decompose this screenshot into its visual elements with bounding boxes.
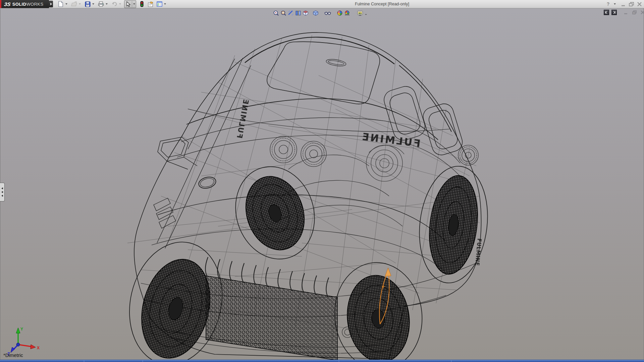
zoom-to-fit-icon [273, 10, 279, 16]
view-settings-button[interactable] [356, 10, 364, 16]
previous-view-button[interactable] [287, 10, 294, 16]
svg-text:FULMINE: FULMINE [235, 98, 250, 139]
app-minimize-button[interactable] [620, 1, 627, 7]
close-icon [637, 2, 642, 6]
display-style-button[interactable] [312, 10, 319, 16]
collapse-arrow-icon [1, 191, 3, 193]
pane-toggle-left-button[interactable] [604, 10, 609, 15]
view-settings-icon [357, 10, 363, 16]
zoom-to-fit-button[interactable] [272, 10, 280, 16]
zoom-to-area-button[interactable] [280, 10, 287, 16]
save-icon [85, 1, 91, 7]
pane-left-icon [605, 11, 608, 14]
reference-triad: Y X Z [1, 322, 45, 356]
options-button[interactable] [156, 0, 163, 8]
hide-show-items-button[interactable] [324, 10, 331, 16]
select-cursor-icon [126, 1, 130, 7]
car-wireframe[interactable]: FULMINE FULMINE FULMINE [118, 33, 494, 362]
svg-text:FULMINE: FULMINE [474, 238, 482, 266]
brand-name-light: WORKS [26, 2, 43, 7]
axis-y: Y [16, 327, 23, 345]
app-restore-button[interactable] [628, 1, 635, 7]
solidworks-window: FULMINE FULMINE FULMINE [0, 0, 644, 362]
collapse-arrow-icon [1, 187, 3, 189]
open-caret[interactable] [78, 0, 82, 8]
document-window-controls [604, 10, 644, 15]
wheel-front-right[interactable] [342, 272, 414, 362]
file-properties-button[interactable] [147, 0, 154, 8]
brand-name-bold: SOLID [12, 2, 26, 7]
svg-text:Y: Y [20, 327, 23, 331]
close-icon [641, 10, 644, 14]
file-properties-icon [148, 1, 154, 7]
section-view-icon [295, 10, 301, 16]
heads-up-toolbar [272, 9, 368, 17]
restore-icon [629, 2, 634, 6]
print-button[interactable] [97, 0, 105, 8]
minimize-icon [621, 2, 626, 6]
help-button[interactable]: ? [605, 1, 611, 7]
print-caret[interactable] [105, 0, 108, 8]
view-orientation-button[interactable] [302, 10, 309, 16]
zoom-to-area-icon [280, 10, 286, 16]
save-button[interactable] [84, 0, 91, 8]
display-style-icon [313, 10, 319, 16]
menu-flyout-button[interactable] [49, 1, 53, 7]
document-title: Fulmine Concept [Read-only] [355, 0, 409, 8]
collapse-arrow-icon [1, 195, 3, 197]
restore-icon [632, 10, 637, 14]
help-caret[interactable] [613, 0, 616, 8]
edit-appearance-button[interactable] [336, 10, 343, 16]
svg-text:FULMINE: FULMINE [360, 130, 421, 149]
undo-button[interactable] [111, 0, 118, 8]
previous-view-icon [288, 10, 294, 16]
undo-caret[interactable] [118, 0, 122, 8]
undo-icon [111, 1, 117, 7]
open-icon [71, 1, 77, 7]
document-close-button[interactable] [640, 10, 644, 15]
select-tool-button[interactable] [124, 0, 136, 8]
new-document-caret[interactable] [64, 0, 68, 8]
hud-expand-caret[interactable] [365, 14, 367, 15]
options-icon [157, 1, 162, 7]
edit-appearance-icon [337, 10, 343, 16]
minimize-icon [624, 10, 628, 14]
new-document-button[interactable] [57, 0, 64, 8]
svg-text:X: X [37, 346, 40, 350]
document-minimize-button[interactable] [623, 10, 629, 15]
app-close-button[interactable] [636, 1, 643, 7]
save-caret[interactable] [91, 0, 95, 8]
front-light-slats [154, 198, 176, 228]
pane-right-icon [612, 11, 616, 14]
window-controls: ? [605, 0, 643, 8]
view-orientation-label: *Dimetric [3, 353, 23, 358]
document-restore-button[interactable] [631, 10, 637, 15]
title-bar: ЗS SOLIDWORKS Fulmine [0, 0, 644, 8]
spline-arrowhead [385, 268, 391, 276]
apply-scene-button[interactable] [343, 10, 351, 16]
ds-logo-mark: ЗS [4, 1, 11, 7]
model-wireframe-canvas[interactable]: FULMINE FULMINE FULMINE [0, 8, 644, 362]
apply-scene-icon [344, 10, 350, 16]
rebuild-button[interactable] [138, 0, 146, 8]
section-view-button[interactable] [294, 10, 302, 16]
print-icon [98, 1, 104, 7]
flyout-arrow-icon [50, 3, 52, 5]
view-orientation-icon [303, 10, 309, 16]
open-button[interactable] [70, 0, 78, 8]
axis-x: X [18, 345, 40, 350]
options-caret[interactable] [163, 0, 167, 8]
rebuild-traffic-light-icon [140, 1, 144, 7]
select-caret[interactable] [132, 0, 136, 8]
feature-pane-flyout-tab[interactable] [0, 183, 5, 201]
pane-toggle-right-button[interactable] [611, 10, 617, 15]
hide-show-items-icon [324, 10, 331, 16]
main-toolbar [57, 0, 169, 8]
solidworks-logo[interactable]: ЗS SOLIDWORKS [1, 0, 49, 8]
status-bar [0, 360, 644, 362]
new-document-icon [58, 1, 63, 7]
